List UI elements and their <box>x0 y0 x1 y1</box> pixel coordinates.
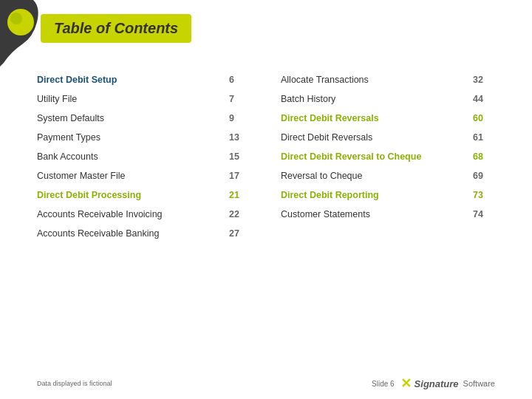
toc-label: Accounts Receivable Invoicing <box>37 209 229 219</box>
list-item: Direct Debit Reversal to Cheque 68 <box>281 147 495 166</box>
toc-page: 68 <box>473 151 495 162</box>
toc-label: Batch History <box>281 94 473 104</box>
toc-label: Payment Types <box>37 132 229 143</box>
toc-label: Customer Master File <box>37 171 229 181</box>
toc-page: 13 <box>229 132 251 143</box>
list-item: Allocate Transactions 32 <box>281 70 495 89</box>
toc-label: Direct Debit Reversals <box>281 132 473 143</box>
footer-right: Slide 6 ✕ Signature Software <box>372 375 495 392</box>
list-item: Customer Statements 74 <box>281 205 495 224</box>
toc-label: Direct Debit Reporting <box>281 190 473 200</box>
toc-page: 7 <box>229 94 251 104</box>
toc-page: 32 <box>473 75 495 85</box>
list-item: Accounts Receivable Invoicing 22 <box>37 205 251 224</box>
toc-page: 60 <box>473 113 495 123</box>
toc-label: Direct Debit Reversal to Cheque <box>281 151 473 162</box>
toc-label: System Defaults <box>37 113 229 123</box>
toc-title: Table of Contents <box>54 20 178 36</box>
list-item: Customer Master File 17 <box>37 166 251 185</box>
slide-label: Slide 6 <box>372 380 395 388</box>
toc-label: Customer Statements <box>281 209 473 219</box>
toc-page: 22 <box>229 209 251 219</box>
list-item: Direct Debit Setup 6 <box>37 70 251 89</box>
list-item: Utility File 7 <box>37 89 251 109</box>
svg-point-1 <box>10 13 22 24</box>
toc-page: 9 <box>229 113 251 123</box>
toc-page: 17 <box>229 171 251 181</box>
toc-page: 44 <box>473 94 495 104</box>
left-column: Direct Debit Setup 6 Utility File 7 Syst… <box>37 70 251 362</box>
toc-page: 21 <box>229 190 251 200</box>
list-item: Payment Types 13 <box>37 128 251 147</box>
toc-page: 15 <box>229 151 251 162</box>
toc-label: Direct Debit Setup <box>37 75 229 85</box>
brand-logo: ✕ Signature Software <box>400 375 495 392</box>
brand-name: Signature <box>415 378 459 389</box>
toc-page: 74 <box>473 209 495 219</box>
list-item: Reversal to Cheque 69 <box>281 166 495 185</box>
toc-page: 27 <box>229 228 251 239</box>
list-item: Direct Debit Reversals 61 <box>281 128 495 147</box>
brand-x-icon: ✕ <box>400 375 412 392</box>
toc-label: Utility File <box>37 94 229 104</box>
toc-label: Direct Debit Reversals <box>281 113 473 123</box>
toc-page: 61 <box>473 132 495 143</box>
list-item: Bank Accounts 15 <box>37 147 251 166</box>
list-item: Direct Debit Reporting 73 <box>281 185 495 205</box>
right-column: Allocate Transactions 32 Batch History 4… <box>281 70 495 362</box>
list-item: Direct Debit Processing 21 <box>37 185 251 205</box>
list-item: Direct Debit Reversals 60 <box>281 109 495 128</box>
toc-header: Table of Contents <box>41 14 191 43</box>
footer-disclaimer: Data displayed is fictional <box>37 380 112 387</box>
brand-suffix: Software <box>463 379 495 388</box>
footer: Data displayed is fictional Slide 6 ✕ Si… <box>37 375 495 392</box>
toc-label: Reversal to Cheque <box>281 171 473 181</box>
list-item: System Defaults 9 <box>37 109 251 128</box>
list-item: Accounts Receivable Banking 27 <box>37 224 251 243</box>
toc-label: Direct Debit Processing <box>37 190 229 200</box>
toc-label: Accounts Receivable Banking <box>37 228 229 239</box>
toc-content: Direct Debit Setup 6 Utility File 7 Syst… <box>37 70 495 362</box>
toc-page: 73 <box>473 190 495 200</box>
toc-page: 69 <box>473 171 495 181</box>
toc-page: 6 <box>229 75 251 85</box>
toc-label: Allocate Transactions <box>281 75 473 85</box>
list-item: Batch History 44 <box>281 89 495 109</box>
toc-label: Bank Accounts <box>37 151 229 162</box>
